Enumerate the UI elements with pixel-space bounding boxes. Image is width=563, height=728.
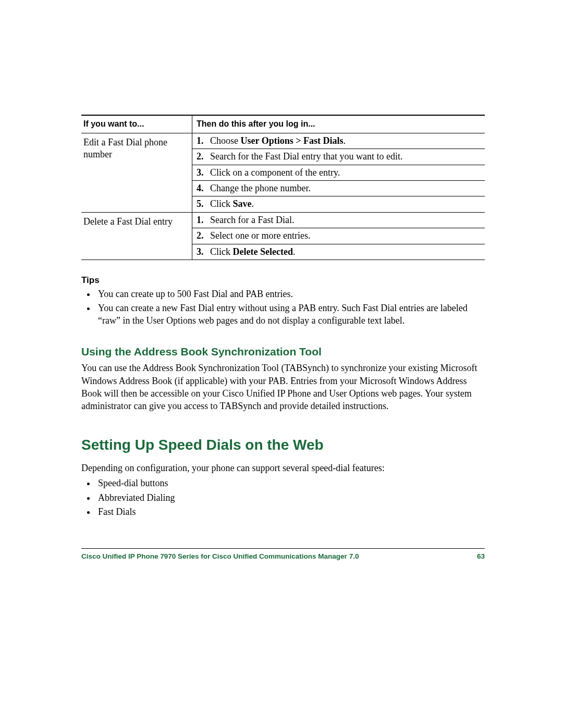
- list-item: You can create a new Fast Dial entry wit…: [96, 302, 485, 327]
- section-heading-tabsynch: Using the Address Book Synchronization T…: [81, 344, 485, 359]
- list-item: Abbreviated Dialing: [96, 492, 485, 504]
- step-number: 2.: [197, 151, 210, 163]
- list-item: Speed-dial buttons: [96, 477, 485, 489]
- step-number: 4.: [197, 182, 210, 194]
- step-text: Change the phone number.: [210, 182, 481, 194]
- body-text: You can use the Address Book Synchroniza…: [81, 362, 485, 412]
- step-text: Click Delete Selected.: [210, 246, 481, 258]
- step: 3.Click on a component of the entry.: [192, 165, 485, 181]
- table-row: Delete a Fast Dial entry 1.Search for a …: [81, 212, 485, 260]
- tips-list: You can create up to 500 Fast Dial and P…: [81, 288, 485, 327]
- step: 1.Choose User Options > Fast Dials.: [192, 133, 485, 149]
- step-text: Click Save.: [210, 198, 481, 210]
- tips-heading: Tips: [81, 275, 485, 286]
- table-header-2: Then do this after you log in...: [192, 115, 485, 133]
- task-cell: Edit a Fast Dial phone number: [81, 133, 192, 212]
- step-number: 5.: [197, 198, 210, 210]
- page-content: If you want to... Then do this after you…: [0, 0, 563, 519]
- step: 1.Search for a Fast Dial.: [192, 213, 485, 228]
- list-item: Fast Dials: [96, 506, 485, 518]
- footer-title: Cisco Unified IP Phone 7970 Series for C…: [81, 552, 359, 561]
- body-text: Depending on configuration, your phone c…: [81, 462, 485, 474]
- step: 5.Click Save.: [192, 196, 485, 212]
- step: 2.Select one or more entries.: [192, 228, 485, 244]
- page-footer: Cisco Unified IP Phone 7970 Series for C…: [81, 548, 485, 561]
- features-list: Speed-dial buttons Abbreviated Dialing F…: [81, 477, 485, 518]
- table-header-1: If you want to...: [81, 115, 192, 133]
- steps-cell: 1.Search for a Fast Dial. 2.Select one o…: [192, 212, 485, 260]
- table-row: Edit a Fast Dial phone number 1.Choose U…: [81, 133, 485, 212]
- steps-cell: 1.Choose User Options > Fast Dials. 2.Se…: [192, 133, 485, 212]
- footer-page-number: 63: [477, 552, 485, 561]
- instruction-table: If you want to... Then do this after you…: [81, 115, 485, 260]
- section-heading-speed-dials: Setting Up Speed Dials on the Web: [81, 436, 485, 454]
- step-number: 2.: [197, 230, 210, 242]
- step-text: Click on a component of the entry.: [210, 167, 481, 179]
- step-text: Choose User Options > Fast Dials.: [210, 135, 481, 147]
- step-number: 3.: [197, 246, 210, 258]
- step-text: Select one or more entries.: [210, 230, 481, 242]
- step-text: Search for a Fast Dial.: [210, 214, 481, 226]
- step-text: Search for the Fast Dial entry that you …: [210, 151, 481, 163]
- list-item: You can create up to 500 Fast Dial and P…: [96, 288, 485, 300]
- step: 2.Search for the Fast Dial entry that yo…: [192, 149, 485, 165]
- task-cell: Delete a Fast Dial entry: [81, 212, 192, 260]
- step-number: 1.: [197, 214, 210, 226]
- step: 3.Click Delete Selected.: [192, 244, 485, 260]
- step: 4.Change the phone number.: [192, 181, 485, 196]
- step-number: 3.: [197, 167, 210, 179]
- step-number: 1.: [197, 135, 210, 147]
